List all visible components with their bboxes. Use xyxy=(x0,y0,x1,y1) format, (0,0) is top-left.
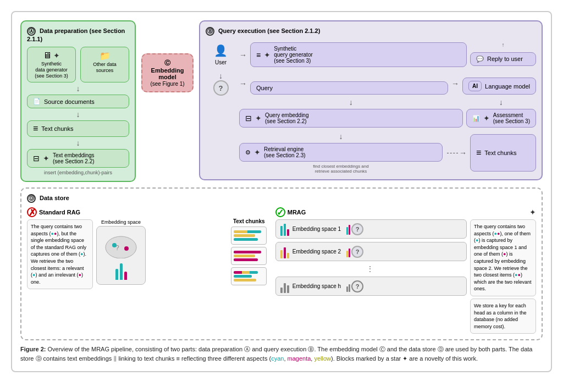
insert-label: insert (embedding,chunk)-pairs xyxy=(27,170,129,175)
figure-caption: Figure 2: Overview of the MRAG pipeline,… xyxy=(20,345,543,363)
arrow-3: ↓ xyxy=(27,139,129,147)
mrag-space-h-label: Embedding space h xyxy=(292,283,341,289)
panel-a-label: Ⓐ xyxy=(27,27,36,36)
query-box: Query xyxy=(250,81,448,95)
mrag-dots: ⋮ xyxy=(275,264,467,273)
mrag-q-circle-2: ? xyxy=(351,246,363,258)
source-documents-box: 📄 Source documents xyxy=(27,95,129,108)
embedding-model-title: Embeddingmodel xyxy=(151,67,184,80)
chunk-visual-2 xyxy=(231,247,267,265)
arrow-to-chunks: → xyxy=(459,148,467,157)
check-icon: ✓ xyxy=(275,207,285,217)
mrag-header: ✓ MRAG ✦ xyxy=(275,207,536,217)
star-icon-assess: ✦ xyxy=(483,114,490,123)
other-data-box: 📁 Other datasources xyxy=(80,47,129,82)
language-model-label: Language model xyxy=(485,83,530,90)
panel-a-title: Ⓐ Data preparation (see Section 2.1.1) xyxy=(27,27,129,42)
panel-d-title: Ⓓ Data store xyxy=(27,194,536,203)
svg-point-2 xyxy=(112,243,117,247)
mrag-q-circle-1: ? xyxy=(351,223,363,235)
reply-to-user-box: 💬 Reply to user xyxy=(470,52,536,66)
embedding-model-subtitle: (see Figure 1) xyxy=(150,81,184,87)
svg-point-0 xyxy=(106,236,136,258)
star-icon-2: ✦ xyxy=(43,154,49,163)
star-icon-b: ✦ xyxy=(264,51,271,59)
chunk-visual-3 xyxy=(231,267,267,285)
query-circle: ? xyxy=(213,80,229,96)
main-container: Ⓐ Data preparation (see Section 2.1.1) 🖥… xyxy=(11,11,552,372)
retrieval-engine-label: Retrieval engine(see Section 2.3) xyxy=(264,146,306,158)
mrag-bars-h xyxy=(280,279,289,293)
star-icon-1: ✦ xyxy=(53,51,60,60)
chat-icon: 💬 xyxy=(476,56,484,63)
star-icon-re: ✦ xyxy=(254,148,261,157)
b-row-4: ↓ ⚙ ✦ Retrieval engine(see Section 2.3) … xyxy=(206,132,536,174)
svg-point-3 xyxy=(124,246,129,251)
text-embeddings-box: ⊟ ✦ Text embeddings(see Section 2.2) xyxy=(27,149,129,168)
caption-magenta: magenta xyxy=(288,355,311,362)
standard-rag-section: ✗ Standard RAG The query contains two as… xyxy=(27,207,223,334)
mrag-space-h: Embedding space h ? xyxy=(275,277,467,296)
caption-label: Figure 2: xyxy=(20,346,46,352)
arrow-q: → xyxy=(239,79,247,96)
embedding-model-label-c: Ⓒ xyxy=(164,59,170,66)
mrag-bars-1 xyxy=(280,222,289,236)
mrag-query-h: ? xyxy=(346,280,363,292)
retrieval-engine-box: ⚙ ✦ Retrieval engine(see Section 2.3) xyxy=(239,143,443,162)
std-embed-svg: ? xyxy=(104,231,137,258)
data-store-inner: ✗ Standard RAG The query contains two as… xyxy=(27,207,536,334)
synthetic-data-box: 🖥 ✦ Syntheticdata generator(see Section … xyxy=(27,47,76,82)
b-row-1: 👤 User → ≡ ✦ Syntheticquery generator(se… xyxy=(206,40,536,69)
qembed-icon: ⊟ xyxy=(245,114,252,123)
text-chunks-label-b: Text chunks xyxy=(484,150,516,156)
text-embeddings-label: Text embeddings(see Section 2.2) xyxy=(53,152,95,164)
std-embed-space: ? xyxy=(96,226,146,285)
caption-cyan: cyan xyxy=(271,355,284,362)
right-col-1: ↑ 💬 Reply to user xyxy=(470,42,536,68)
data-store-title: Data store xyxy=(40,195,69,201)
top-panels: Ⓐ Data preparation (see Section 2.1.1) 🖥… xyxy=(20,20,543,182)
text-chunks-box-a: ≡ Text chunks xyxy=(27,120,129,137)
text-chunks-label-a: Text chunks xyxy=(41,125,73,132)
mrag-space-2-label: Embedding space 2 xyxy=(292,249,341,255)
standard-rag-header: ✗ Standard RAG xyxy=(27,207,223,217)
user-label: User xyxy=(215,59,227,65)
standard-rag-description: The query contains two aspects (●●), but… xyxy=(27,219,93,289)
caption-text-2: ). Blocks marked by a star ✦ are a novel… xyxy=(331,355,478,362)
spacer-col xyxy=(206,98,236,130)
files-icon: 📁 xyxy=(100,51,111,60)
mrag-title: MRAG xyxy=(288,209,306,216)
query-gen-icon: ≡ xyxy=(256,51,261,59)
standard-rag-content: The query contains two aspects (●●), but… xyxy=(27,219,223,289)
text-chunks-store-label: Text chunks xyxy=(233,218,265,224)
retrieval-col: ↓ ⚙ ✦ Retrieval engine(see Section 2.3) … xyxy=(239,132,443,174)
mrag-description-col: The query contains two aspects (●●), one… xyxy=(470,219,536,334)
std-embed-space-wrapper: Embedding space ? xyxy=(96,219,146,289)
standard-rag-title: Standard RAG xyxy=(39,209,80,216)
panel-b: Ⓑ Query execution (see Section 2.1.2) 👤 … xyxy=(199,20,543,180)
query-embedding-box: ⊟ ✦ Query embedding(see Section 2.2) xyxy=(239,109,463,128)
synthetic-query-gen-label: Syntheticquery generator(see Section 3) xyxy=(274,46,313,64)
arrow-user-to-qgen: → xyxy=(239,51,247,59)
caption-yellow: yellow xyxy=(314,355,331,362)
dashed-arrow-to-chunks: → xyxy=(446,132,467,174)
arrow-2: ↓ xyxy=(27,111,129,118)
mrag-q-circle-h: ? xyxy=(351,280,363,292)
mrag-space-1: Embedding space 1 ? xyxy=(275,219,467,239)
ai-badge: AI xyxy=(468,81,482,91)
text-chunks-box-b: ≡ Text chunks xyxy=(470,134,536,172)
mrag-query-1: ? xyxy=(346,223,363,235)
assessment-box: 📊 ✦ Assessment(see Section 3) xyxy=(466,109,536,128)
panel-a: Ⓐ Data preparation (see Section 2.1.1) 🖥… xyxy=(20,20,136,182)
embed-icon: ⊟ xyxy=(33,154,40,163)
synthetic-data-label: Syntheticdata generator(see Section 3) xyxy=(35,61,68,79)
find-label: find closest embeddings andretrieve asso… xyxy=(239,164,443,174)
query-embedding-label: Query embedding(see Section 2.2) xyxy=(265,112,309,124)
embedding-model-box: Ⓒ Embeddingmodel (see Figure 1) xyxy=(141,53,194,92)
reply-to-user-label: Reply to user xyxy=(487,56,523,62)
chunks-icon: ≡ xyxy=(33,124,38,134)
gear-icon: ⚙ xyxy=(245,149,251,156)
std-bars xyxy=(115,261,127,280)
query-col: ↓ ? xyxy=(206,71,236,96)
b-row-2: ↓ ? → Query → AI Language model xyxy=(206,71,536,96)
